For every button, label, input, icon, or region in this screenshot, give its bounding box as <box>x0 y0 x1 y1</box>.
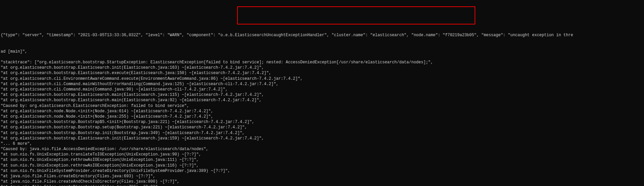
terminal-log-output: {"type": "server", "timestamp": "2021-03… <box>1 22 643 186</box>
stack-trace-line: "at sun.nio.fs.UnixException.rethrowAsIO… <box>1 163 643 168</box>
log-header-line-1: {"type": "server", "timestamp": "2021-03… <box>1 33 643 38</box>
stack-trace-line: "at org.elasticsearch.bootstrap.Elastics… <box>1 98 643 103</box>
stack-trace-line: "stacktrace": ["org.elasticsearch.bootst… <box>1 60 643 65</box>
log-header-line-2: ad [main]", <box>1 49 643 54</box>
stack-trace-line: "at sun.nio.fs.UnixFileSystemProvider.cr… <box>1 168 643 174</box>
stack-trace-line: "at org.elasticsearch.bootstrap.Bootstra… <box>1 125 643 130</box>
stack-trace-line: "at org.elasticsearch.node.Node.<init>(N… <box>1 109 643 114</box>
stack-trace-line: "at java.nio.file.Files.createDirectory(… <box>1 174 643 179</box>
stack-trace-line: "... 6 more", <box>1 141 643 146</box>
stack-trace-line: "at org.elasticsearch.bootstrap.Bootstra… <box>1 119 643 125</box>
stack-trace-line: "at org.elasticsearch.bootstrap.Elastics… <box>1 92 643 98</box>
stack-trace-line: "Caused by: java.nio.file.AccessDeniedEx… <box>1 146 643 152</box>
stack-trace-line: "at org.elasticsearch.cli.EnvironmentAwa… <box>1 76 643 81</box>
stack-trace-line: "at org.elasticsearch.bootstrap.Bootstra… <box>1 130 643 136</box>
stack-trace-line: "at org.elasticsearch.cli.Command.mainWi… <box>1 81 643 87</box>
stack-trace-line: "at java.nio.file.Files.createAndCheckIs… <box>1 179 643 184</box>
stack-trace-line: "at sun.nio.fs.UnixException.translateTo… <box>1 152 643 157</box>
stack-trace-line: "at org.elasticsearch.bootstrap.Elastics… <box>1 70 643 76</box>
stack-trace-line: "at org.elasticsearch.bootstrap.Elastics… <box>1 136 643 141</box>
stack-trace-line: "at org.elasticsearch.node.Node.<init>(N… <box>1 114 643 119</box>
stack-trace-line: "Caused by: org.elasticsearch.Elasticsea… <box>1 103 643 109</box>
stack-trace-line: "at sun.nio.fs.UnixException.rethrowAsIO… <box>1 157 643 163</box>
stack-trace-line: "at java.nio.file.Files.createDirectorie… <box>1 184 643 186</box>
stack-trace-line: "at org.elasticsearch.cli.Command.main(C… <box>1 87 643 92</box>
stack-trace-line: "at org.elasticsearch.bootstrap.Elastics… <box>1 65 643 70</box>
